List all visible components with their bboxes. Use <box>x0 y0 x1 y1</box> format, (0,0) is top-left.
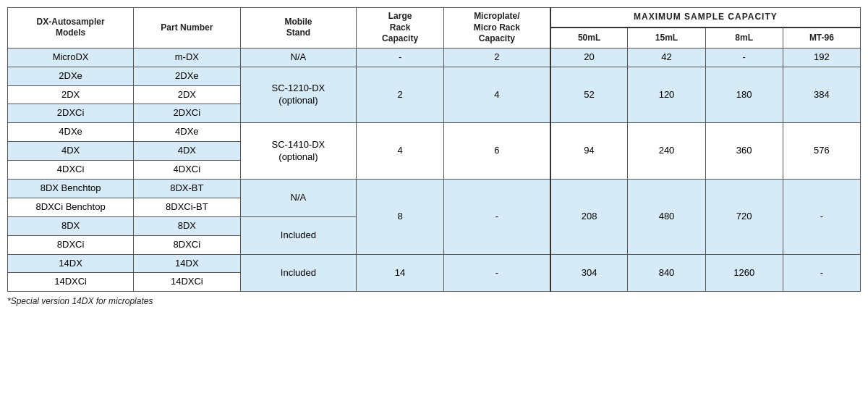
cell-part-number: 8DXCi-BT <box>134 198 240 216</box>
cell-part-number: 8DX <box>134 216 240 235</box>
table-row: 14DX14DXIncluded14-3048401260- <box>8 254 861 273</box>
cell-model: 8DX <box>8 216 134 235</box>
cell-mt96: 192 <box>783 48 860 67</box>
cell-15ml: 240 <box>628 123 705 180</box>
cell-micro-rack: - <box>443 254 550 292</box>
cell-model: 4DXe <box>8 123 134 142</box>
table-row: 4DXe4DXeSC-1410-DX(optional)469424036057… <box>8 123 861 142</box>
cell-model: 2DXCi <box>8 104 134 123</box>
cell-model: 2DXe <box>8 67 134 85</box>
cell-large-rack: 2 <box>357 67 444 123</box>
cell-micro-rack: 4 <box>443 67 550 123</box>
cell-part-number: 8DX-BT <box>134 180 240 198</box>
cell-8ml: 180 <box>705 67 783 123</box>
cell-part-number: 4DX <box>134 142 240 161</box>
cell-15ml: 42 <box>628 48 705 67</box>
cell-8ml: 720 <box>705 180 783 255</box>
header-50ml: 50mL <box>550 28 628 48</box>
cell-15ml: 480 <box>628 180 705 255</box>
cell-50ml: 52 <box>550 67 628 123</box>
cell-model: 8DXCi Benchtop <box>8 198 134 216</box>
cell-micro-rack: 2 <box>443 48 550 67</box>
cell-model: 14DX <box>8 254 134 273</box>
cell-8ml: 1260 <box>705 254 783 292</box>
cell-mt96: - <box>783 254 860 292</box>
cell-model: 4DX <box>8 142 134 161</box>
table-row: MicroDXm-DXN/A-22042-192 <box>8 48 861 67</box>
cell-50ml: 208 <box>550 180 628 255</box>
header-model: DX-AutosamplerModels <box>8 8 134 49</box>
header-8ml: 8mL <box>705 28 783 48</box>
cell-part-number: 8DXCi <box>134 235 240 254</box>
cell-part-number: 2DXe <box>134 67 240 85</box>
cell-model: 14DXCi <box>8 273 134 292</box>
cell-50ml: 304 <box>550 254 628 292</box>
cell-8ml: - <box>705 48 783 67</box>
cell-mt96: 576 <box>783 123 860 180</box>
cell-part-number: 14DX <box>134 254 240 273</box>
cell-50ml: 20 <box>550 48 628 67</box>
cell-large-rack: 4 <box>357 123 444 180</box>
cell-part-number: 4DXe <box>134 123 240 142</box>
cell-15ml: 840 <box>628 254 705 292</box>
cell-micro-rack: 6 <box>443 123 550 180</box>
footer-note: *Special version 14DX for microplates <box>7 296 861 306</box>
table-row: 8DX Benchtop8DX-BTN/A8-208480720- <box>8 180 861 198</box>
cell-large-rack: - <box>357 48 444 67</box>
header-part-number: Part Number <box>134 8 240 49</box>
cell-model: 4DXCi <box>8 161 134 180</box>
header-15ml: 15mL <box>628 28 705 48</box>
cell-mobile-stand: N/A <box>240 48 357 67</box>
cell-model: 2DX <box>8 85 134 104</box>
cell-large-rack: 8 <box>357 180 444 255</box>
cell-mobile-stand: Included <box>240 254 357 292</box>
cell-part-number: 4DXCi <box>134 161 240 180</box>
cell-large-rack: 14 <box>357 254 444 292</box>
cell-mobile-stand: SC-1410-DX(optional) <box>240 123 357 180</box>
table-row: 2DXe2DXeSC-1210-DX(optional)245212018038… <box>8 67 861 85</box>
cell-15ml: 120 <box>628 67 705 123</box>
header-mobile-stand: MobileStand <box>240 8 357 49</box>
cell-model: 8DXCi <box>8 235 134 254</box>
cell-mobile-stand: SC-1210-DX(optional) <box>240 67 357 123</box>
main-table: DX-AutosamplerModels Part Number MobileS… <box>7 7 861 292</box>
cell-mt96: 384 <box>783 67 860 123</box>
header-max-sample: MAXIMUM SAMPLE CAPACITY <box>550 8 861 28</box>
cell-part-number: 2DX <box>134 85 240 104</box>
cell-part-number: 2DXCi <box>134 104 240 123</box>
cell-50ml: 94 <box>550 123 628 180</box>
cell-micro-rack: - <box>443 180 550 255</box>
cell-part-number: m-DX <box>134 48 240 67</box>
cell-model: 8DX Benchtop <box>8 180 134 198</box>
cell-model: MicroDX <box>8 48 134 67</box>
cell-mobile-stand: Included <box>240 216 357 254</box>
cell-mt96: - <box>783 180 860 255</box>
header-micro-rack: Microplate/Micro RackCapacity <box>443 8 550 49</box>
header-large-rack: LargeRackCapacity <box>357 8 444 49</box>
header-mt96: MT-96 <box>783 28 860 48</box>
table-container: DX-AutosamplerModels Part Number MobileS… <box>7 7 861 306</box>
cell-mobile-stand: N/A <box>240 180 357 217</box>
cell-8ml: 360 <box>705 123 783 180</box>
cell-part-number: 14DXCi <box>134 273 240 292</box>
